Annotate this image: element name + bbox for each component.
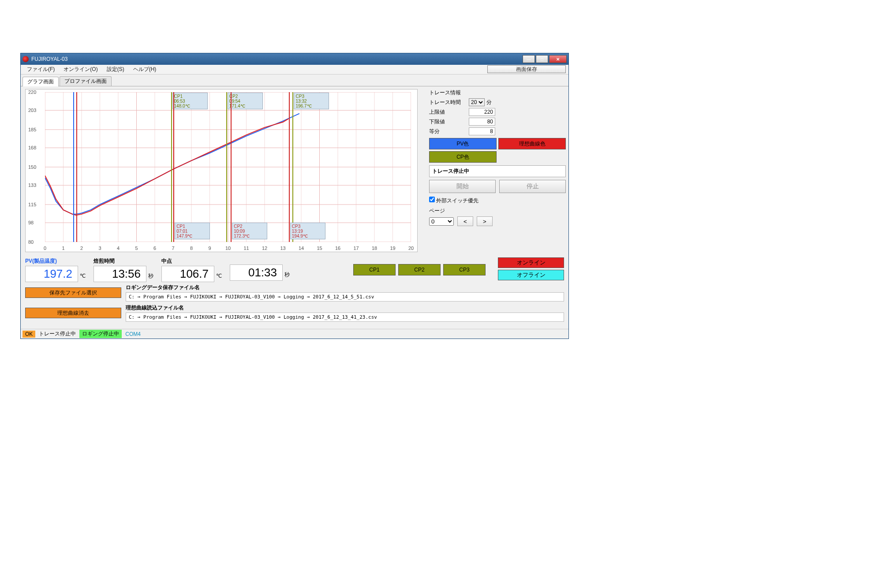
x-tick: 6 [153, 246, 156, 251]
pv-value: 197.2 [25, 266, 78, 282]
x-tick: 18 [372, 246, 377, 251]
x-tick: 7 [172, 246, 174, 251]
upper-label: 上限値 [429, 108, 469, 116]
tab-graph[interactable]: グラフ画面 [22, 77, 59, 86]
mid-time-value: 01:33 [230, 264, 283, 281]
trace-time-unit: 分 [486, 99, 492, 106]
cp2-button[interactable]: CP2 [398, 264, 441, 275]
x-tick: 20 [408, 246, 414, 251]
y-tick: 80 [28, 239, 34, 245]
chart-area: CP106:53148.0℃CP209:54171.4℃CP313:32196.… [25, 89, 418, 252]
tab-bar: グラフ画面 プロファイル画面 [21, 74, 568, 86]
file-rows: 保存先ファイル選択 ロギングデータ保存ファイル名 C: → Program Fi… [21, 282, 568, 329]
page-select[interactable]: 0 [429, 217, 454, 226]
x-tick: 9 [208, 246, 211, 251]
y-tick: 115 [28, 202, 36, 207]
x-tick: 2 [80, 246, 83, 251]
offline-button[interactable]: オフライン [498, 270, 564, 280]
status-ok: OK [22, 331, 35, 338]
cp-annotation: CP107:01147.9℃ [175, 223, 210, 239]
start-button[interactable]: 開始 [429, 180, 496, 193]
y-tick: 98 [28, 220, 34, 225]
titlebar: FUJIROYAL-03 — □ ✕ [21, 53, 568, 65]
chart-marker-line [289, 92, 290, 242]
ideal-file-label: 理想曲線読込ファイル名 [126, 304, 564, 312]
cp-annotation: CP209:54171.4℃ [228, 93, 263, 109]
app-window: FUJIROYAL-03 — □ ✕ ファイル(F) オンライン(O) 設定(S… [20, 53, 569, 339]
y-tick: 168 [28, 145, 36, 150]
cp1-button[interactable]: CP1 [353, 264, 396, 275]
lower-value[interactable]: 80 [469, 118, 495, 126]
roast-unit: 秒 [148, 272, 153, 280]
page-next-button[interactable]: > [477, 216, 493, 226]
x-tick: 12 [262, 246, 267, 251]
mid-value: 106.7 [161, 266, 214, 282]
x-tick: 16 [335, 246, 340, 251]
x-tick: 19 [390, 246, 395, 251]
screen-save-button[interactable]: 画面保存 [487, 65, 566, 73]
mid-label: 中点 [161, 257, 222, 265]
minimize-button[interactable]: — [523, 55, 535, 63]
x-tick: 10 [225, 246, 231, 251]
upper-value[interactable]: 220 [469, 108, 495, 116]
trace-time-select[interactable]: 20 [469, 98, 485, 106]
maximize-button[interactable]: □ [536, 55, 548, 63]
menu-help[interactable]: ヘルプ(H) [129, 65, 161, 74]
cp-annotation: CP313:32196.7℃ [294, 93, 329, 109]
stop-button[interactable]: 停止 [499, 180, 566, 193]
close-button[interactable]: ✕ [549, 55, 567, 63]
y-tick: 203 [28, 108, 36, 113]
logging-file-label: ロギングデータ保存ファイル名 [126, 284, 564, 291]
trace-status: トレース停止中 [429, 165, 566, 177]
pv-label: PV(製品温度) [25, 257, 86, 265]
ideal-file-path: C: → Program Files → FUJIKOUKI → FUJIROY… [126, 313, 564, 322]
chart-wrap: CP106:53148.0℃CP209:54171.4℃CP313:32196.… [23, 89, 426, 252]
chart-marker-line [73, 92, 74, 242]
menu-settings[interactable]: 設定(S) [102, 65, 129, 74]
roast-label: 焙煎時間 [93, 257, 153, 265]
ideal-clear-button[interactable]: 理想曲線消去 [25, 308, 121, 318]
pv-color-button[interactable]: PV色 [429, 138, 497, 149]
div-label: 等分 [429, 128, 469, 135]
trace-time-label: トレース時間 [429, 99, 469, 106]
menu-online[interactable]: オンライン(O) [59, 65, 102, 74]
y-tick: 150 [28, 164, 36, 170]
lower-label: 下限値 [429, 118, 469, 126]
status-trace: トレース停止中 [36, 330, 78, 338]
x-tick: 0 [44, 246, 46, 251]
pv-unit: ℃ [80, 273, 86, 279]
div-value[interactable]: 8 [469, 127, 495, 135]
save-dest-button[interactable]: 保存先ファイル選択 [25, 287, 121, 298]
x-tick: 5 [135, 246, 138, 251]
content: CP106:53148.0℃CP209:54171.4℃CP313:32196.… [21, 86, 568, 255]
cp-annotation: CP106:53148.0℃ [172, 93, 208, 109]
tab-profile[interactable]: プロファイル画面 [60, 76, 112, 86]
chart-marker-line [226, 92, 227, 242]
cp-color-button[interactable]: CP色 [429, 151, 497, 163]
chart-marker-line [231, 92, 232, 242]
chart-marker-line [76, 92, 77, 242]
x-tick: 13 [280, 246, 285, 251]
chart-marker-line [292, 92, 293, 242]
status-logging: ロギング停止中 [79, 330, 122, 338]
ext-switch-checkbox[interactable] [429, 197, 435, 202]
status-com: COM4 [123, 331, 143, 338]
page-prev-button[interactable]: < [457, 216, 473, 226]
cp3-button[interactable]: CP3 [443, 264, 486, 275]
cp-annotation: CP210:09172.3℃ [232, 223, 267, 239]
cp-annotation: CP313:19194.9℃ [290, 223, 325, 239]
x-tick: 1 [62, 246, 64, 251]
x-tick: 8 [190, 246, 193, 251]
chart-marker-line [173, 92, 174, 242]
trace-heading: トレース情報 [429, 89, 566, 97]
statusbar: OK トレース停止中 ロギング停止中 COM4 [21, 329, 568, 339]
readouts: PV(製品温度) 197.2 ℃ 焙煎時間 13:56 秒 中点 106.7 ℃… [21, 255, 568, 282]
window-title: FUJIROYAL-03 [31, 56, 67, 62]
menu-file[interactable]: ファイル(F) [22, 65, 59, 74]
menubar: ファイル(F) オンライン(O) 設定(S) ヘルプ(H) 画面保存 [21, 65, 568, 74]
ideal-color-button[interactable]: 理想曲線色 [498, 138, 566, 149]
chart-svg [45, 92, 411, 242]
logging-file-path: C: → Program Files → FUJIKOUKI → FUJIROY… [126, 292, 564, 301]
roast-value: 13:56 [93, 266, 146, 282]
online-button[interactable]: オンライン [498, 257, 564, 268]
